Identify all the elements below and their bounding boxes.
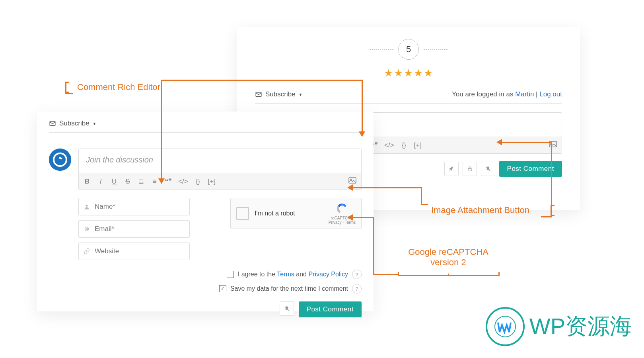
mail-icon: [49, 120, 56, 127]
arrow-line: [448, 274, 449, 275]
subscribe-label-b: Subscribe: [59, 119, 89, 127]
user-icon: [84, 203, 90, 210]
arrow-line: [65, 93, 73, 94]
email-field[interactable]: [78, 220, 190, 238]
post-comment-button[interactable]: Post Comment: [499, 161, 562, 177]
link-icon: [84, 248, 90, 254]
at-icon: [84, 226, 90, 232]
arrow-line: [373, 274, 398, 275]
arrow-line: [421, 204, 428, 205]
fields: [78, 198, 190, 260]
editor-row-b: Join the discussion B I U S ≣ ≡ ❝❞ </> {…: [49, 149, 362, 190]
mail-icon: [255, 91, 262, 98]
subscribe-dropdown[interactable]: Subscribe ▼: [255, 90, 303, 98]
arrow-head: [347, 214, 353, 221]
watermark-text: WP资源海: [529, 311, 632, 342]
login-status: You are logged in as Martin | Log out: [452, 90, 562, 98]
subscribe-dropdown-b[interactable]: Subscribe ▼: [49, 119, 97, 127]
arrow-line: [421, 187, 422, 205]
comment-editor-b[interactable]: Join the discussion B I U S ≣ ≡ ❝❞ </> {…: [78, 149, 362, 190]
dash-right: [424, 49, 447, 50]
help-icon[interactable]: ?: [352, 270, 362, 279]
subscribe-label: Subscribe: [265, 90, 296, 98]
chevron-down-icon: ▼: [93, 121, 97, 126]
chevron-down-icon: ▼: [299, 92, 303, 97]
save-label: Save my data for the next time I comment: [230, 285, 348, 292]
comment-count: 5: [398, 39, 419, 60]
website-field[interactable]: [78, 243, 190, 260]
callout-recaptcha: Google reCAPTCHA version 2: [397, 247, 500, 268]
ol-button[interactable]: ≣: [138, 177, 145, 186]
recaptcha-logo: reCAPTCHA Privacy · Terms: [329, 202, 356, 225]
expand-button[interactable]: [+]: [414, 141, 422, 149]
arrow-head: [359, 131, 365, 137]
avatar-b: [49, 149, 71, 171]
user-link[interactable]: Martin: [515, 90, 534, 98]
underline-button[interactable]: U: [111, 178, 118, 186]
mute-button[interactable]: [481, 162, 495, 176]
save-checkbox[interactable]: ✓: [219, 285, 226, 292]
recaptcha-widget[interactable]: I'm not a robot reCAPTCHA Privacy · Term…: [230, 198, 362, 229]
pin-button[interactable]: [444, 162, 459, 176]
callout-rich-editor: Comment Rich Editor: [77, 82, 160, 92]
quote-button[interactable]: ❝❞: [165, 177, 172, 186]
expand-button[interactable]: [+]: [208, 178, 216, 186]
top-bar-b: Subscribe ▼: [49, 119, 362, 133]
italic-button[interactable]: I: [97, 178, 104, 186]
terms-link[interactable]: Terms: [277, 271, 294, 278]
email-input[interactable]: [94, 225, 185, 233]
arrow-head: [158, 178, 165, 184]
website-input[interactable]: [94, 247, 185, 256]
save-line: ✓ Save my data for the next time I comme…: [219, 284, 362, 293]
agree-checkbox[interactable]: [227, 271, 234, 278]
callout-attachment: Image Attachment Button: [431, 205, 529, 215]
dash-left: [370, 49, 393, 50]
svg-rect-10: [468, 168, 471, 171]
input-row: I'm not a robot reCAPTCHA Privacy · Term…: [78, 198, 362, 260]
code-button[interactable]: </>: [178, 178, 188, 186]
arrow-line: [181, 80, 362, 81]
bracket: [551, 205, 552, 216]
name-input[interactable]: [94, 202, 185, 211]
agree-line: I agree to the Terms and Privacy Policy …: [227, 270, 362, 279]
strike-button[interactable]: S: [124, 178, 131, 186]
bracket: [398, 275, 500, 276]
checkboxes: I agree to the Terms and Privacy Policy …: [78, 270, 362, 293]
arrow-head: [496, 139, 502, 145]
name-field[interactable]: [78, 198, 190, 215]
arrow-line: [373, 217, 374, 275]
braces-button[interactable]: {}: [195, 178, 202, 186]
bottom-actions: Post Comment: [78, 301, 362, 317]
rating-stars[interactable]: ★★★★★: [255, 67, 562, 79]
comment-card-anonymous: Subscribe ▼ Join the discussion B I U S …: [37, 112, 374, 311]
lock-button[interactable]: [463, 162, 477, 176]
code-button[interactable]: </>: [384, 141, 394, 149]
svg-point-17: [86, 205, 88, 207]
comment-count-wrap: 5: [255, 39, 562, 60]
privacy-link[interactable]: Privacy Policy: [308, 271, 348, 278]
recaptcha-checkbox[interactable]: [236, 207, 249, 220]
help-icon[interactable]: ?: [352, 284, 362, 293]
svg-rect-15: [349, 178, 356, 183]
watermark: WP资源海: [486, 307, 632, 346]
bracket: [65, 82, 66, 93]
arrow-line: [362, 80, 363, 132]
editor-toolbar-b: B I U S ≣ ≡ ❝❞ </> {} [+]: [79, 173, 361, 190]
recaptcha-text: I'm not a robot: [255, 210, 323, 217]
editor-placeholder-b[interactable]: Join the discussion: [79, 149, 361, 173]
braces-button[interactable]: {}: [401, 141, 408, 149]
arrow-line: [501, 142, 552, 143]
mute-button-b[interactable]: [280, 301, 294, 316]
arrow-line: [541, 216, 552, 217]
bold-button[interactable]: B: [84, 178, 91, 186]
post-comment-button-b[interactable]: Post Comment: [299, 301, 362, 317]
arrow-head: [347, 184, 353, 191]
logout-link[interactable]: Log out: [539, 90, 562, 98]
arrow-line: [161, 80, 162, 179]
arrow-line: [161, 80, 182, 81]
top-bar: Subscribe ▼ You are logged in as Martin …: [255, 90, 562, 104]
arrow-line: [352, 217, 374, 218]
arrow-line: [352, 187, 422, 188]
ul-button[interactable]: ≡: [151, 178, 158, 186]
arrow-line: [551, 142, 552, 205]
